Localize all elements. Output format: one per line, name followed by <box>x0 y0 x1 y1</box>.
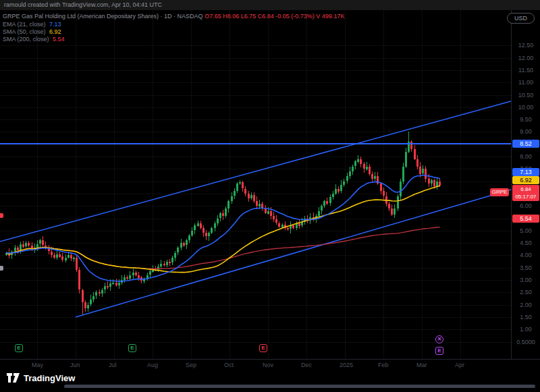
candle-body <box>357 159 359 162</box>
candle-body <box>68 255 70 258</box>
indicator-legend-ema21[interactable]: EMA (21, close) 7.13 <box>3 21 344 28</box>
candle-body <box>197 223 199 226</box>
candle-body <box>250 195 252 198</box>
candle-body <box>138 275 140 278</box>
grid-line-horizontal <box>0 45 511 46</box>
currency-unit-button[interactable]: USD <box>507 13 535 24</box>
indicator-legend-sma50[interactable]: SMA (50, close) 6.92 <box>3 28 344 35</box>
grid-line-horizontal <box>0 95 511 96</box>
indicator-label: EMA (21, close) <box>3 21 46 28</box>
candle-body <box>318 211 320 216</box>
candle-body <box>205 233 207 236</box>
candle-body <box>323 201 325 206</box>
drawings-overlay <box>0 0 540 392</box>
candle-body <box>14 248 16 251</box>
candle-body <box>135 273 137 275</box>
indicator-value: 6.92 <box>49 28 61 35</box>
candle-body <box>126 277 128 279</box>
trendline-1[interactable] <box>0 101 511 242</box>
candle-body <box>321 206 323 211</box>
candle-body <box>374 176 376 179</box>
candle-body <box>124 277 126 280</box>
candle-body <box>152 269 154 272</box>
candle-body <box>259 204 261 206</box>
candle-body <box>408 142 410 152</box>
indicator-value: 5.54 <box>53 36 65 43</box>
candle-body <box>31 246 33 249</box>
sma200-line[interactable] <box>7 227 440 269</box>
candle-body <box>278 223 280 227</box>
candle-body <box>414 149 416 159</box>
candle-body <box>242 182 244 188</box>
candle-body <box>171 258 173 262</box>
candle-body <box>208 233 210 236</box>
earnings-marker-icon[interactable]: E <box>259 344 267 352</box>
candle-body <box>301 222 303 225</box>
candle-body <box>315 216 317 219</box>
candle-body <box>222 213 224 216</box>
candle-body <box>36 244 38 248</box>
earnings-marker-icon[interactable]: E <box>128 344 136 352</box>
candle-body <box>236 184 238 191</box>
candle-body <box>433 180 435 186</box>
ohlc-change: -0.05 (-0.73%) <box>275 13 315 20</box>
candle-body <box>20 244 22 250</box>
candle-body <box>22 244 24 247</box>
candle-body <box>267 211 269 214</box>
earnings-marker-icon[interactable]: ✕ <box>435 335 443 343</box>
candle-body <box>270 211 272 216</box>
candle-body <box>391 208 393 215</box>
grid-line-horizontal <box>0 70 511 71</box>
candle-body <box>338 189 340 192</box>
candle-body <box>95 292 97 296</box>
candle-body <box>436 181 438 186</box>
candle-body <box>419 167 421 174</box>
grid-line-horizontal <box>0 317 511 318</box>
candle-body <box>410 142 412 149</box>
horizontal-scrollbar[interactable] <box>64 385 535 388</box>
candle-body <box>261 204 263 208</box>
ema21-line[interactable] <box>7 175 440 281</box>
candle-body <box>380 184 382 191</box>
grid-line-horizontal <box>0 157 511 157</box>
earnings-marker-icon[interactable]: E <box>15 344 23 352</box>
candle-body <box>422 169 424 173</box>
indicator-legend-sma200[interactable]: SMA (200, close) 5.54 <box>3 36 344 43</box>
trendline-2[interactable] <box>76 190 511 317</box>
volume-value: V 499.17K <box>316 13 344 20</box>
candle-body <box>28 243 30 246</box>
time-scale[interactable] <box>0 359 540 370</box>
candle-body <box>202 228 205 233</box>
candle-body <box>48 248 50 251</box>
tradingview-logo-link[interactable]: TradingView <box>7 372 75 383</box>
candle-body <box>17 248 19 250</box>
candle-body <box>431 180 433 184</box>
symbol-legend-row[interactable]: GRPE Gas Pal Holding Ltd (American Depos… <box>3 13 344 20</box>
candle-body <box>73 258 75 259</box>
candle-body <box>39 240 41 244</box>
candle-body <box>304 219 306 222</box>
grid-line-horizontal <box>0 292 511 293</box>
candle-body <box>56 254 58 258</box>
earnings-marker-icon[interactable]: E <box>435 347 443 355</box>
candle-body <box>104 286 106 289</box>
candle-body <box>346 176 348 181</box>
candle-body <box>363 164 365 169</box>
candle-body <box>416 159 418 167</box>
candle-body <box>377 176 379 184</box>
brand-name: TradingView <box>24 373 75 383</box>
candle-body <box>219 213 221 218</box>
candle-body <box>425 169 427 179</box>
grid-line-horizontal <box>0 280 511 281</box>
candle-body <box>82 290 84 302</box>
watermark-text: ramould created with TradingView.com, Ap… <box>4 1 162 8</box>
candle-wick <box>107 281 108 289</box>
candle-body <box>296 223 298 228</box>
candle-body <box>231 196 233 201</box>
candle-body <box>169 262 171 263</box>
candle-body <box>78 270 80 289</box>
candle-body <box>166 262 168 265</box>
candle-body <box>400 181 402 196</box>
candle-body <box>298 223 300 226</box>
candle-body <box>290 225 292 229</box>
